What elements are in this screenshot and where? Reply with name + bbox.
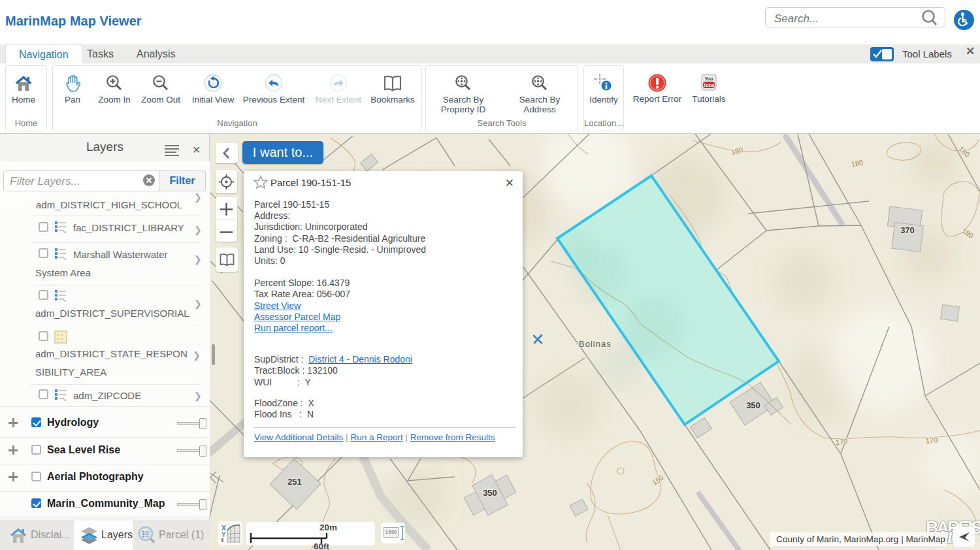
svg-text:350: 350 <box>746 400 760 410</box>
svg-text:251: 251 <box>287 477 302 487</box>
svg-text:Tube: Tube <box>703 82 714 88</box>
svg-text:You: You <box>705 76 713 81</box>
svg-text:170: 170 <box>835 437 848 446</box>
svg-text:370: 370 <box>900 225 915 235</box>
svg-text:Y: Y <box>221 531 226 538</box>
svg-text:170: 170 <box>925 436 938 445</box>
svg-text:350: 350 <box>483 488 497 498</box>
svg-text:Bolinas: Bolinas <box>579 339 612 349</box>
